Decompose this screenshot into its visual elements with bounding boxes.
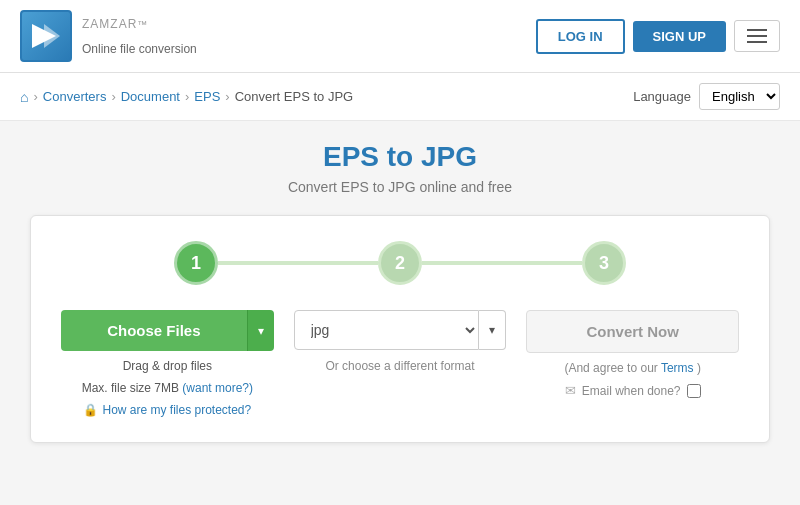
page-subtitle: Convert EPS to JPG online and free: [30, 179, 770, 195]
step-3-circle: 3: [582, 241, 626, 285]
want-more-link[interactable]: (want more?): [182, 381, 253, 395]
file-size-text: Max. file size 7MB (want more?): [82, 381, 253, 395]
sep-3: ›: [185, 89, 189, 104]
convert-button[interactable]: Convert Now: [526, 310, 739, 353]
sep-4: ›: [225, 89, 229, 104]
steps-bar: 1 2 3: [61, 241, 739, 285]
format-hint: Or choose a different format: [325, 358, 474, 375]
format-dropdown-button[interactable]: ▾: [479, 310, 506, 350]
breadcrumb-converters[interactable]: Converters: [43, 89, 107, 104]
email-checkbox[interactable]: [687, 384, 701, 398]
format-select[interactable]: jpg: [294, 310, 480, 350]
breadcrumb: ⌂ › Converters › Document › EPS › Conver…: [20, 89, 353, 105]
email-row: ✉ Email when done?: [565, 383, 701, 398]
menu-line-1: [747, 29, 767, 31]
main-content: EPS to JPG Convert EPS to JPG online and…: [0, 121, 800, 463]
choose-files-dropdown-button[interactable]: ▾: [247, 310, 274, 351]
login-button[interactable]: LOG IN: [536, 19, 625, 54]
choose-dropdown-arrow: ▾: [258, 324, 264, 338]
choose-files-wrapper: Choose Files ▾: [61, 310, 274, 351]
breadcrumb-document[interactable]: Document: [121, 89, 180, 104]
language-select[interactable]: English: [699, 83, 780, 110]
menu-line-2: [747, 35, 767, 37]
breadcrumb-eps[interactable]: EPS: [194, 89, 220, 104]
page-title: EPS to JPG: [30, 141, 770, 173]
choose-files-button[interactable]: Choose Files: [61, 310, 247, 351]
step-connector-2: [422, 261, 582, 265]
format-select-wrapper: jpg ▾: [294, 310, 507, 350]
signup-button[interactable]: SIGN UP: [633, 21, 726, 52]
choose-files-col: Choose Files ▾ Drag & drop files Max. fi…: [61, 310, 274, 417]
lock-icon: 🔒: [83, 403, 98, 417]
email-label: Email when done?: [582, 384, 681, 398]
logo-subtitle: Online file conversion: [82, 42, 197, 56]
step-1-circle: 1: [174, 241, 218, 285]
menu-button[interactable]: [734, 20, 780, 52]
breadcrumb-current: Convert EPS to JPG: [235, 89, 354, 104]
menu-line-3: [747, 41, 767, 43]
step-2-circle: 2: [378, 241, 422, 285]
sep-2: ›: [111, 89, 115, 104]
convert-col: Convert Now (And agree to our Terms ) ✉ …: [526, 310, 739, 398]
conversion-card: 1 2 3 Choose Files ▾ Drag & drop f: [30, 215, 770, 443]
email-icon: ✉: [565, 383, 576, 398]
svg-marker-1: [44, 24, 60, 48]
terms-link[interactable]: Terms: [661, 361, 694, 375]
logo-area: ZAMZAR™ Online file conversion: [20, 10, 197, 62]
home-icon[interactable]: ⌂: [20, 89, 28, 105]
breadcrumb-bar: ⌂ › Converters › Document › EPS › Conver…: [0, 73, 800, 121]
actions-row: Choose Files ▾ Drag & drop files Max. fi…: [61, 310, 739, 417]
sep-1: ›: [33, 89, 37, 104]
file-protect-link[interactable]: 🔒 How are my files protected?: [83, 403, 251, 417]
header: ZAMZAR™ Online file conversion LOG IN SI…: [0, 0, 800, 73]
header-buttons: LOG IN SIGN UP: [536, 19, 780, 54]
step-connector-1: [218, 261, 378, 265]
language-area: Language English: [633, 83, 780, 110]
drag-drop-text: Drag & drop files: [123, 359, 212, 373]
logo-text: ZAMZAR™ Online file conversion: [82, 16, 197, 56]
format-dropdown-arrow: ▾: [489, 323, 495, 337]
language-label: Language: [633, 89, 691, 104]
convert-terms: (And agree to our Terms ): [564, 361, 701, 375]
logo-icon: [20, 10, 72, 62]
logo-name: ZAMZAR™: [82, 16, 197, 42]
format-col: jpg ▾ Or choose a different format: [294, 310, 507, 375]
